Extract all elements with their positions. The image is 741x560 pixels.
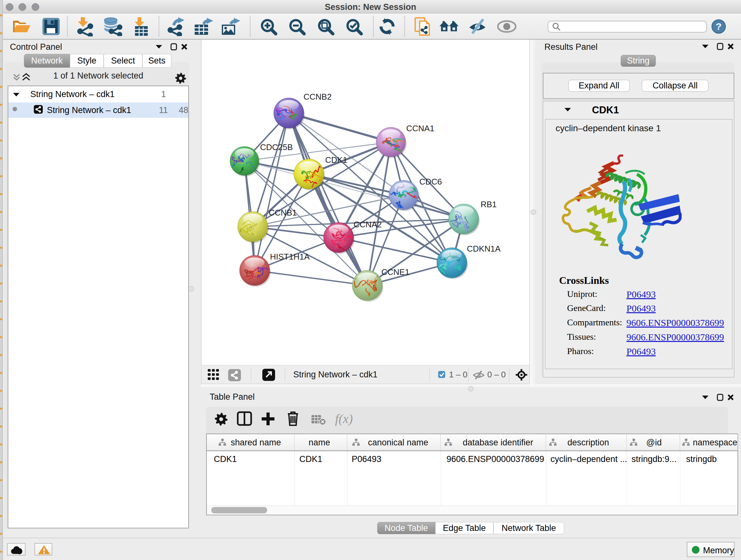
svg-text:CCNA2: CCNA2	[354, 220, 382, 229]
svg-text:CCNE1: CCNE1	[381, 267, 409, 277]
svg-text:HIST1H1A: HIST1H1A	[270, 252, 310, 261]
svg-text:CCNA1: CCNA1	[406, 124, 434, 133]
svg-text:?: ?	[716, 21, 722, 32]
svg-text:CDC6: CDC6	[419, 177, 442, 186]
svg-text:CDK1: CDK1	[325, 155, 347, 165]
svg-text:CCNB2: CCNB2	[304, 92, 332, 102]
svg-text:CDC25B: CDC25B	[260, 142, 293, 152]
svg-text:CCNB1: CCNB1	[269, 208, 297, 217]
svg-text:CDKN1A: CDKN1A	[467, 244, 501, 253]
svg-text:RB1: RB1	[481, 199, 497, 209]
